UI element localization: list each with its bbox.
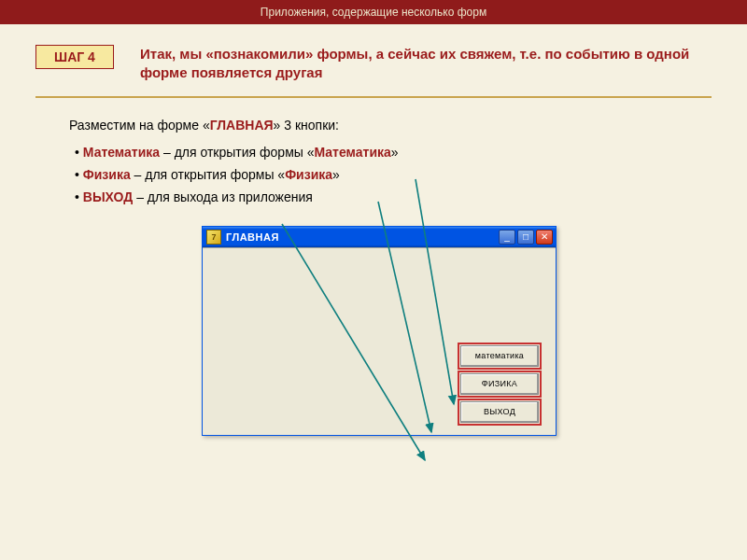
section-divider <box>35 96 712 98</box>
bullets: Математика – для открытия формы «Математ… <box>69 142 712 208</box>
bullet-physics: Физика – для открытия формы «Физика» <box>75 164 712 187</box>
titlebar: 7 ГЛАВНАЯ _ □ ✕ <box>203 227 556 247</box>
close-button[interactable]: ✕ <box>536 230 553 245</box>
step-description: Итак, мы «познакомили» формы, а сейчас и… <box>140 45 712 83</box>
window-title: ГЛАВНАЯ <box>226 231 499 243</box>
intro-keyword: ГЛАВНАЯ <box>210 118 274 133</box>
intro-line: Разместим на форме «ГЛАВНАЯ» 3 кнопки: <box>69 115 712 137</box>
bullet-exit: ВЫХОД – для выхода из приложения <box>75 187 712 209</box>
intro-prefix: Разместим на форме « <box>69 118 210 133</box>
bullet-math: Математика – для открытия формы «Математ… <box>75 142 712 164</box>
app-icon: 7 <box>206 230 221 245</box>
intro-suffix: » 3 кнопки: <box>274 118 339 133</box>
math-button[interactable]: математика <box>460 345 539 367</box>
physics-button[interactable]: ФИЗИКА <box>460 373 539 395</box>
slide-header: Приложения, содержащие несколько форм <box>0 0 747 24</box>
exit-button[interactable]: ВЫХОД <box>460 401 539 423</box>
step-badge: ШАГ 4 <box>35 45 114 69</box>
minimize-button[interactable]: _ <box>499 230 515 245</box>
form-client-area: математика ФИЗИКА ВЫХОД <box>203 247 556 435</box>
maximize-button[interactable]: □ <box>517 230 534 245</box>
body-text: Разместим на форме «ГЛАВНАЯ» 3 кнопки: М… <box>35 115 712 209</box>
form-window: 7 ГЛАВНАЯ _ □ ✕ математика ФИЗИКА ВЫХОД <box>202 226 557 436</box>
